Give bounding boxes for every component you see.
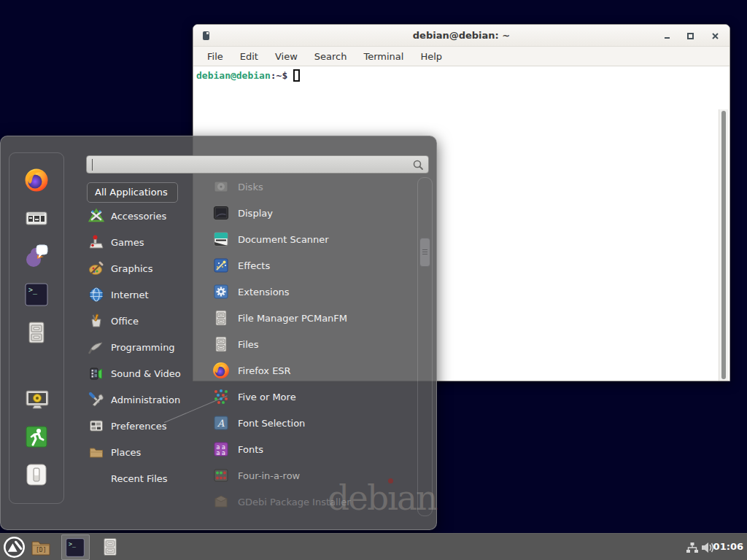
terminal-titlebar[interactable]: debian@debian: ~ bbox=[193, 25, 729, 47]
font-selection-icon: A bbox=[212, 414, 230, 432]
app-effects[interactable]: Effects bbox=[212, 252, 417, 279]
favorite-firefox[interactable] bbox=[24, 168, 49, 192]
file-cabinet-icon bbox=[100, 537, 120, 557]
menu-scrollbar[interactable] bbox=[417, 177, 433, 516]
category-places[interactable]: Places bbox=[88, 439, 209, 465]
app-gdebi-package-installer[interactable]: GDebi Package Installer bbox=[212, 489, 417, 515]
menu-search[interactable]: Search bbox=[314, 51, 347, 62]
category-label: Preferences bbox=[111, 421, 166, 432]
app-label: Five or More bbox=[238, 392, 296, 402]
terminal-title: debian@debian: ~ bbox=[193, 30, 729, 41]
app-font-selection[interactable]: A Font Selection bbox=[212, 410, 417, 436]
four-in-a-row-icon bbox=[212, 467, 230, 484]
scrollbar-thumb[interactable] bbox=[721, 111, 726, 379]
app-label: Extensions bbox=[238, 287, 290, 298]
network-tray-icon[interactable] bbox=[686, 542, 699, 556]
app-file-manager-pcmanfm[interactable]: File Manager PCManFM bbox=[212, 305, 417, 331]
favorite-terminal[interactable]: >_ bbox=[24, 282, 49, 307]
app-firefox-esr[interactable]: Firefox ESR bbox=[212, 357, 417, 384]
menu-edit[interactable]: Edit bbox=[240, 51, 258, 62]
prompt-suffix: :~$ bbox=[271, 70, 287, 81]
category-games[interactable]: Games bbox=[88, 229, 209, 255]
disks-icon bbox=[212, 178, 230, 195]
preferences-icon bbox=[88, 418, 104, 434]
folder-icon: [D] bbox=[30, 537, 52, 559]
menu-button[interactable] bbox=[3, 536, 26, 560]
app-document-scanner[interactable]: Document Scanner bbox=[212, 226, 417, 252]
app-label: Document Scanner bbox=[238, 234, 329, 245]
category-programming[interactable]: Programming bbox=[88, 334, 209, 360]
category-label: Graphics bbox=[111, 263, 152, 274]
shell-prompt: debian@debian:~$ bbox=[196, 69, 300, 82]
app-four-in-a-row[interactable]: Four-in-a-row bbox=[212, 462, 417, 489]
app-display[interactable]: Display bbox=[212, 200, 417, 226]
category-label: Internet bbox=[111, 289, 149, 300]
app-disks[interactable]: Disks bbox=[212, 174, 417, 200]
category-administration[interactable]: Administration bbox=[88, 386, 209, 413]
svg-text:A: A bbox=[217, 418, 225, 429]
extensions-icon bbox=[212, 283, 230, 300]
app-files[interactable]: Files bbox=[212, 331, 417, 357]
minimize-button[interactable] bbox=[665, 37, 670, 39]
pidgin-icon bbox=[24, 244, 49, 268]
log-out-button[interactable] bbox=[24, 424, 49, 449]
taskbar-terminal[interactable]: >_ bbox=[65, 537, 85, 560]
desktop: debian@debian: ~ File Edit View Search T… bbox=[0, 0, 747, 560]
taskbar-clock[interactable]: 01:06 bbox=[713, 541, 743, 552]
category-label: Places bbox=[111, 447, 141, 458]
log-out-icon bbox=[24, 424, 49, 449]
app-extensions[interactable]: Extensions bbox=[212, 279, 417, 305]
terminal-scrollbar[interactable] bbox=[719, 109, 728, 381]
taskbar-file-cabinet[interactable] bbox=[100, 537, 120, 560]
fonts-icon: a a a a bbox=[212, 440, 230, 458]
category-office[interactable]: Office bbox=[88, 308, 209, 334]
menu-logo-icon bbox=[3, 536, 26, 559]
sound-video-icon bbox=[88, 365, 104, 381]
menu-help[interactable]: Help bbox=[420, 51, 442, 62]
effects-icon bbox=[212, 257, 230, 274]
app-label: Effects bbox=[238, 260, 270, 271]
administration-icon bbox=[88, 392, 104, 408]
category-recent-files[interactable]: Recent Files bbox=[88, 465, 209, 491]
category-label: Accessories bbox=[111, 211, 166, 222]
app-label: File Manager PCManFM bbox=[238, 313, 347, 324]
taskbar-file-manager[interactable]: [D] bbox=[30, 537, 52, 560]
app-label: Four-in-a-row bbox=[238, 470, 300, 481]
app-label: Files bbox=[238, 339, 259, 350]
category-accessories[interactable]: Accessories bbox=[88, 203, 209, 229]
app-label: Fonts bbox=[238, 444, 263, 455]
menu-view[interactable]: View bbox=[275, 51, 298, 62]
search-input[interactable] bbox=[86, 155, 429, 174]
applications-menu: debıan bbox=[0, 136, 437, 530]
file-cabinet-icon bbox=[24, 320, 49, 345]
office-icon bbox=[88, 313, 104, 329]
category-internet[interactable]: Internet bbox=[88, 281, 209, 308]
close-button[interactable] bbox=[711, 32, 719, 40]
app-label: Disks bbox=[238, 182, 263, 192]
shut-down-icon bbox=[24, 462, 49, 487]
lock-screen-button[interactable] bbox=[24, 386, 49, 411]
maximize-button[interactable] bbox=[687, 33, 694, 39]
category-all-applications[interactable]: All Applications bbox=[87, 182, 178, 203]
svg-text:>_: >_ bbox=[28, 286, 38, 295]
menu-terminal[interactable]: Terminal bbox=[363, 51, 403, 62]
taskbar: [D] >_ bbox=[0, 533, 747, 560]
menu-file[interactable]: File bbox=[207, 51, 223, 62]
places-folder-icon bbox=[88, 444, 104, 460]
favorite-launcher-panel[interactable] bbox=[24, 206, 49, 230]
category-label: Office bbox=[111, 316, 139, 327]
category-sound-video[interactable]: Sound & Video bbox=[88, 360, 209, 386]
shut-down-button[interactable] bbox=[24, 462, 49, 487]
favorite-file-manager[interactable] bbox=[24, 320, 49, 345]
accessories-icon bbox=[88, 208, 104, 224]
favorite-pidgin[interactable] bbox=[24, 244, 49, 268]
prompt-user-host: debian@debian bbox=[196, 70, 271, 81]
internet-globe-icon bbox=[88, 287, 104, 303]
games-icon bbox=[88, 234, 104, 250]
app-fonts[interactable]: a a a a Fonts bbox=[212, 436, 417, 462]
category-graphics[interactable]: Graphics bbox=[88, 255, 209, 281]
category-preferences[interactable]: Preferences bbox=[88, 413, 209, 439]
app-five-or-more[interactable]: Five or More bbox=[212, 384, 417, 410]
svg-text:[D]: [D] bbox=[36, 547, 46, 553]
menu-scrollbar-thumb[interactable] bbox=[419, 238, 430, 267]
